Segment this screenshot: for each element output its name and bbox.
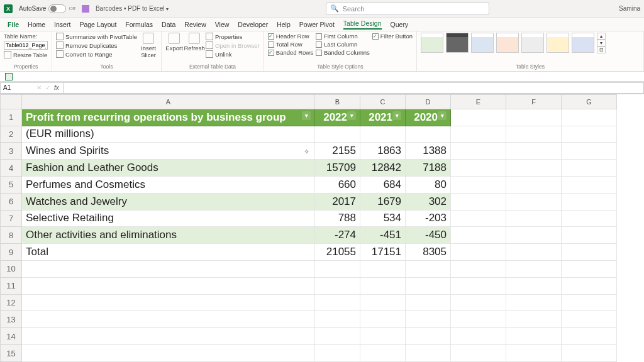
cell[interactable]: 1388 [406,143,451,160]
table-style-swatch[interactable] [521,33,544,53]
table-name-input[interactable] [4,41,48,50]
cell[interactable] [506,311,562,328]
cell[interactable] [562,210,617,227]
cell[interactable]: 2155 [315,143,360,160]
autosave-toggle[interactable]: AutoSave Off [19,4,75,13]
row-header[interactable]: 2 [1,126,22,143]
filter-button-checkbox[interactable]: ✓Filter Button [372,33,413,40]
cell[interactable]: Other activities and eliminations [22,227,315,244]
cell[interactable] [451,227,506,244]
refresh-button[interactable]: Refresh [186,33,203,52]
cell[interactable] [22,261,315,278]
cell[interactable] [562,227,617,244]
cell[interactable] [562,311,617,328]
col-header[interactable]: E [451,95,506,109]
name-box[interactable]: A1 [0,82,33,94]
cell[interactable]: (EUR millions) [22,126,315,143]
cell[interactable] [562,244,617,261]
cell[interactable] [451,244,506,261]
cell[interactable]: 302 [406,193,451,210]
cell[interactable] [360,126,406,143]
filter-dropdown-icon[interactable]: ▾ [347,111,356,120]
table-header-cell[interactable]: 2022▾ [315,109,360,126]
row-header[interactable]: 7 [1,210,22,227]
cell[interactable]: Perfumes and Cosmetics [22,176,315,193]
styles-more[interactable]: ⊟ [597,47,606,53]
cell[interactable]: -451 [360,227,406,244]
cell[interactable] [360,294,406,311]
header-row-checkbox[interactable]: ✓Header Row [268,33,313,40]
tab-power-pivot[interactable]: Power Pivot [299,21,335,28]
cell[interactable] [451,311,506,328]
summarize-pivot-button[interactable]: Summarize with PivotTable [56,33,137,40]
fx-icon[interactable]: fx [54,84,59,91]
row-header[interactable]: 15 [1,345,22,362]
cell[interactable]: 21055 [315,244,360,261]
cell[interactable] [360,328,406,345]
cell[interactable]: Wines and Spirits [22,143,315,160]
row-header[interactable]: 14 [1,328,22,345]
cell[interactable] [451,294,506,311]
cell[interactable] [315,294,360,311]
cell[interactable]: 15709 [315,160,360,177]
cell[interactable] [562,261,617,278]
cell[interactable] [506,244,562,261]
select-all-corner[interactable] [1,95,22,109]
cell[interactable] [360,277,406,294]
col-header[interactable]: G [562,95,617,109]
cell[interactable] [315,311,360,328]
filter-dropdown-icon[interactable]: ▾ [392,111,401,120]
cell[interactable] [406,261,451,278]
worksheet[interactable]: A B C D E F G 1 Profit from recurring op… [0,94,644,362]
cell[interactable] [451,176,506,193]
table-header-cell[interactable]: 2021▾ [360,109,406,126]
banded-columns-checkbox[interactable]: Banded Columns [316,49,370,56]
cell[interactable] [406,328,451,345]
filter-dropdown-icon[interactable]: ▾ [302,111,311,120]
cell[interactable] [562,109,617,126]
cell[interactable] [506,261,562,278]
cell[interactable] [451,160,506,177]
cell[interactable] [506,277,562,294]
cell[interactable] [451,109,506,126]
col-header[interactable]: A [22,95,315,109]
insert-slicer-button[interactable]: Insert Slicer [140,33,157,58]
cell[interactable]: 17151 [360,244,406,261]
col-header[interactable]: C [360,95,406,109]
cell[interactable]: -203 [406,210,451,227]
cell[interactable]: Fashion and Leather Goods [22,160,315,177]
banded-rows-checkbox[interactable]: ✓Banded Rows [268,49,313,56]
cell[interactable]: 1863 [360,143,406,160]
cell[interactable] [360,261,406,278]
cell[interactable]: 8305 [406,244,451,261]
filter-dropdown-icon[interactable]: ▾ [438,111,447,120]
cell[interactable] [451,210,506,227]
row-header[interactable]: 12 [1,294,22,311]
cell[interactable] [562,176,617,193]
tab-insert[interactable]: Insert [54,21,70,28]
tab-page-layout[interactable]: Page Layout [79,21,116,28]
cell[interactable] [506,227,562,244]
cell[interactable] [22,277,315,294]
cell[interactable] [360,345,406,362]
tab-help[interactable]: Help [277,21,291,28]
row-header[interactable]: 5 [1,176,22,193]
cell[interactable] [451,345,506,362]
row-header[interactable]: 11 [1,277,22,294]
cell[interactable] [22,328,315,345]
table-style-swatch[interactable] [471,33,494,53]
cell[interactable] [451,126,506,143]
cell[interactable]: 80 [406,176,451,193]
user-name[interactable]: Samina [619,5,640,12]
cell[interactable] [315,261,360,278]
row-header[interactable]: 1 [1,109,22,126]
cell[interactable]: 2017 [315,193,360,210]
col-header[interactable]: F [506,95,562,109]
cell[interactable] [406,294,451,311]
cell[interactable] [506,193,562,210]
table-style-swatch[interactable] [421,33,443,53]
col-header[interactable]: B [315,95,360,109]
cell[interactable] [562,277,617,294]
tab-developer[interactable]: Developer [238,21,268,28]
cell[interactable] [506,176,562,193]
